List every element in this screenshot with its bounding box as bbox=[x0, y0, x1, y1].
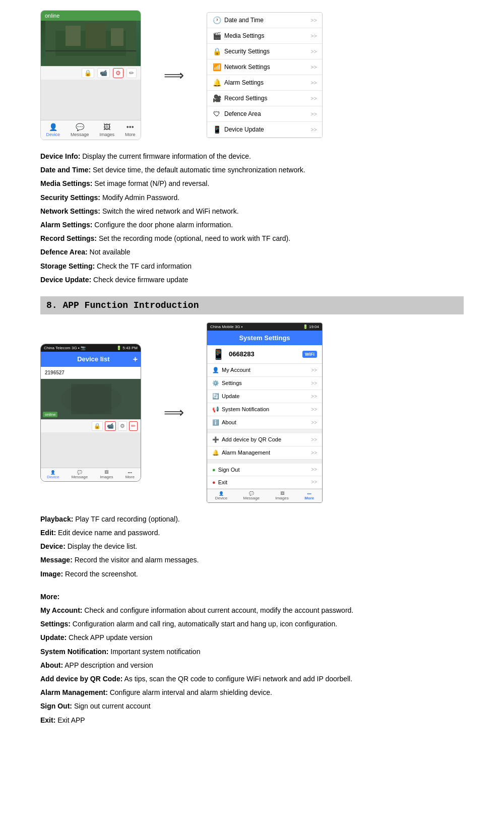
settings-icon-2: ⚙️ bbox=[212, 380, 219, 387]
term-device-update: Device Update: bbox=[40, 276, 91, 284]
term-alarmmgmt: Alarm Management: bbox=[40, 688, 108, 696]
phone2-status-right: 🔋 5:43 PM bbox=[116, 346, 138, 350]
settings-item-datetime[interactable]: 🕐 Date and Time >> bbox=[207, 13, 322, 28]
sys-item-exit[interactable]: ● Exit >> bbox=[207, 476, 322, 489]
term-record: Record Settings: bbox=[40, 234, 97, 242]
phone2-add-icon[interactable]: + bbox=[133, 355, 138, 364]
term-device: Device: bbox=[40, 542, 66, 550]
sysnotif-icon: 📢 bbox=[212, 406, 219, 413]
phone2-status-left: China Telecom 3G ▪ 📷 bbox=[44, 346, 86, 350]
chevron-signout: >> bbox=[311, 467, 317, 472]
term-settings: Settings: bbox=[40, 620, 71, 628]
sys-nav-device[interactable]: 👤 Device bbox=[215, 491, 227, 500]
desc-exit: Exit: Exit APP bbox=[40, 714, 464, 727]
desc-device-info: Device Info: Display the current firmwar… bbox=[40, 150, 464, 163]
sys-nav-images[interactable]: 🖼 Images bbox=[275, 491, 288, 500]
desc-settings: Settings: Configuration alarm and call r… bbox=[40, 618, 464, 630]
edit-icon[interactable]: ✏ bbox=[127, 68, 137, 78]
about-label: About bbox=[222, 419, 236, 425]
settings-item-update[interactable]: 📱 Device Update >> bbox=[207, 122, 322, 138]
chevron-icon-2: >> bbox=[310, 33, 317, 39]
sys-item-sysnotif[interactable]: 📢 System Notification >> bbox=[207, 403, 322, 416]
nav-more-label: More bbox=[125, 132, 136, 137]
more-icon: ••• bbox=[127, 123, 134, 131]
addqr-icon: ➕ bbox=[212, 436, 219, 443]
phone2-nav-message-label: Message bbox=[72, 475, 88, 479]
nav-images[interactable]: 🖼 Images bbox=[99, 123, 114, 137]
chevron-icon-7: >> bbox=[310, 111, 317, 117]
term-alarm: Alarm Settings: bbox=[40, 221, 92, 229]
nav-message[interactable]: 💬 Message bbox=[71, 123, 89, 137]
settings-item-defence[interactable]: 🛡 Defence Area >> bbox=[207, 106, 322, 122]
nav-images-label: Images bbox=[99, 132, 114, 137]
phone2-nav-more-label: More bbox=[125, 475, 135, 479]
phone2-settings-icon[interactable]: ⚙ bbox=[118, 421, 127, 431]
sys-nav-message[interactable]: 💬 Message bbox=[243, 491, 260, 500]
more-title: More: bbox=[40, 591, 464, 603]
sys-item-addqr[interactable]: ➕ Add device by QR Code >> bbox=[207, 433, 322, 446]
phone2-nav-images[interactable]: 🖼 Images bbox=[100, 470, 113, 479]
term-playback: Playback: bbox=[40, 515, 73, 523]
settings-icon[interactable]: ⚙ bbox=[113, 68, 123, 78]
sys-header: System Settings bbox=[207, 331, 322, 345]
description-block-app: Playback: Play TF card recording (option… bbox=[40, 513, 464, 581]
settings-item-media[interactable]: 🎬 Media Settings >> bbox=[207, 28, 322, 44]
sys-item-signout[interactable]: ● Sign Out >> bbox=[207, 464, 322, 476]
settings-item-record[interactable]: 🎥 Record Settings >> bbox=[207, 91, 322, 106]
sys-nav-more[interactable]: ••• More bbox=[304, 491, 314, 500]
term-about: About: bbox=[40, 661, 63, 669]
desc-playback: Playback: Play TF card recording (option… bbox=[40, 513, 464, 526]
lock-icon: 🔒 bbox=[82, 68, 94, 78]
sys-nav-bar: 👤 Device 💬 Message 🖼 Images ••• More bbox=[207, 489, 322, 502]
svg-rect-9 bbox=[71, 384, 111, 414]
phone2-nav-more[interactable]: ••• More bbox=[125, 470, 135, 479]
phone2-gray-area bbox=[41, 432, 141, 468]
phone2-nav-message[interactable]: 💬 Message bbox=[72, 470, 88, 479]
nav-device-label: Device bbox=[46, 132, 60, 137]
sys-item-update[interactable]: 🔄 Update >> bbox=[207, 390, 322, 403]
media-icon: 🎬 bbox=[212, 32, 221, 40]
security-icon: 🔒 bbox=[212, 47, 221, 55]
phone2-video-icon[interactable]: 📹 bbox=[105, 421, 116, 431]
phone2-status-bar: China Telecom 3G ▪ 📷 🔋 5:43 PM bbox=[41, 344, 141, 352]
nav-device[interactable]: 👤 Device bbox=[46, 123, 60, 137]
term-network: Network Settings: bbox=[40, 207, 100, 215]
settings-item-network[interactable]: 📶 Network Settings >> bbox=[207, 59, 322, 75]
media-label: Media Settings bbox=[224, 32, 264, 39]
sys-item-myaccount[interactable]: 👤 My Account >> bbox=[207, 364, 322, 377]
sys-device-nav-icon: 👤 bbox=[219, 491, 224, 496]
record-icon: 🎥 bbox=[212, 94, 221, 102]
video-icon: 📹 bbox=[97, 68, 110, 78]
term-edit: Edit: bbox=[40, 529, 56, 537]
settings-item-security[interactable]: 🔒 Security Settings >> bbox=[207, 44, 322, 59]
desc-record: Record Settings: Set the recording mode … bbox=[40, 232, 464, 245]
addqr-label: Add device by QR Code bbox=[222, 436, 281, 442]
desc-addqr: Add device by QR Code: As tips, scan the… bbox=[40, 673, 464, 685]
sys-status-left: China Mobile 3G ▪ bbox=[210, 325, 243, 329]
app-section: China Telecom 3G ▪ 📷 🔋 5:43 PM Device li… bbox=[40, 323, 464, 503]
nav-more[interactable]: ••• More bbox=[125, 123, 136, 137]
sys-item-settings[interactable]: ⚙️ Settings >> bbox=[207, 377, 322, 390]
phone2-nav-device[interactable]: 👤 Device bbox=[47, 470, 59, 479]
record-label: Record Settings bbox=[224, 95, 267, 102]
sys-nav-message-label: Message bbox=[243, 496, 260, 500]
sys-status-right: 🔋 19:04 bbox=[303, 325, 319, 329]
sys-item-about[interactable]: ℹ️ About >> bbox=[207, 416, 322, 429]
phone-icon-row: 🔒 📹 ⚙ ✏ bbox=[41, 66, 141, 80]
phone2-edit-icon[interactable]: ✏ bbox=[129, 421, 138, 431]
alarmmgmt-icon: 🔔 bbox=[212, 449, 219, 456]
settings-item-alarm[interactable]: 🔔 Alarm Settings >> bbox=[207, 75, 322, 91]
phone-camera-view bbox=[41, 21, 141, 66]
sys-item-alarmmgmt[interactable]: 🔔 Alarm Management >> bbox=[207, 446, 322, 460]
exit-icon: ● bbox=[212, 479, 216, 485]
chevron-addqr: >> bbox=[311, 437, 317, 442]
chevron-icon-3: >> bbox=[310, 48, 317, 54]
desc-security: Security Settings: Modify Admin Password… bbox=[40, 191, 464, 204]
chevron-icon-4: >> bbox=[310, 64, 317, 70]
sys-message-nav-icon: 💬 bbox=[249, 491, 254, 496]
phone2-camera-view: online bbox=[41, 379, 141, 419]
phone2-header-title: Device list bbox=[77, 355, 109, 363]
sys-device-row: 📱 0668283 WiFi bbox=[207, 345, 322, 364]
term-media: Media Settings: bbox=[40, 179, 92, 187]
alarm-label: Alarm Settings bbox=[224, 79, 264, 86]
